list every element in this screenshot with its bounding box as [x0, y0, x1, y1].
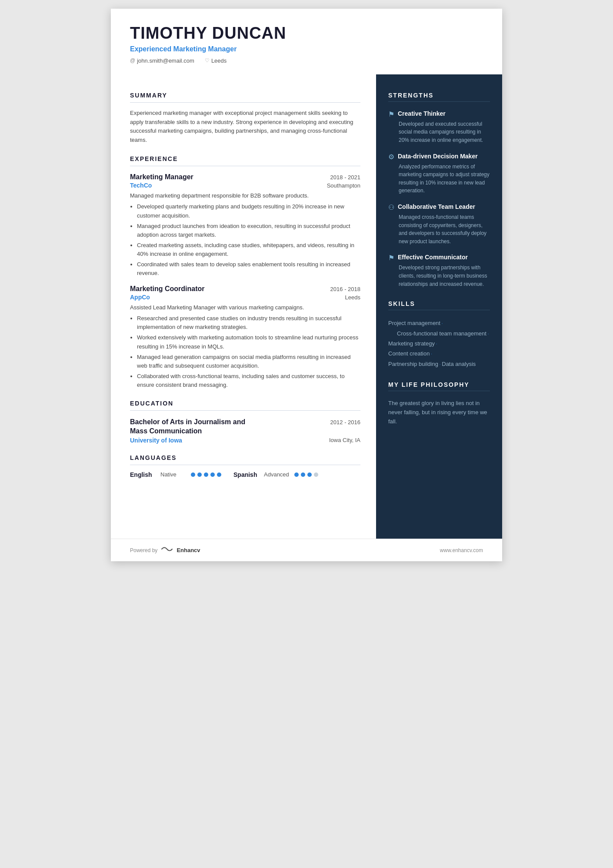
right-column: STRENGTHS ⚑ Creative Thinker Developed a… [376, 74, 502, 539]
lang-spanish-level: Advanced [264, 471, 290, 478]
philosophy-text: The greatest glory in living lies not in… [388, 399, 490, 426]
candidate-name: TIMOTHY DUNCAN [130, 24, 483, 43]
strength-3-title: Collaborative Team Leader [398, 203, 475, 211]
dot [314, 473, 318, 477]
edu-1-school-row: University of Iowa Iowa City, IA [130, 437, 360, 444]
strength-2-title: Data-driven Decision Maker [398, 152, 478, 160]
bullet: Managed product launches from ideation t… [137, 222, 360, 239]
job-2-title: Marketing Coordinator [130, 285, 205, 293]
dot [301, 473, 305, 477]
bullet: Collaborated with cross-functional teams… [137, 372, 360, 389]
skills-divider [388, 310, 490, 310]
lang-english-name: English [130, 471, 156, 478]
lang-english-level: Native [160, 471, 187, 478]
job-2-dates: 2016 - 2018 [330, 286, 360, 292]
philosophy-divider [388, 391, 490, 391]
enhancv-icon [161, 545, 173, 555]
skill-3: Marketing strategy [388, 340, 435, 347]
powered-by-label: Powered by [130, 547, 157, 553]
strength-3-header: ⚇ Collaborative Team Leader [388, 203, 490, 211]
candidate-title: Experienced Marketing Manager [130, 45, 483, 53]
experience-divider [130, 166, 360, 166]
job-1-title: Marketing Manager [130, 173, 193, 181]
skill-dot: · [438, 362, 442, 367]
footer: Powered by Enhancv www.enhancv.com [111, 539, 502, 561]
location-value: Leeds [211, 57, 227, 64]
job-2-company-row: AppCo Leeds [130, 294, 360, 301]
skill-2: Cross-functional team management [388, 330, 486, 337]
dot [307, 473, 312, 477]
languages-row: English Native Spanish Advanced [130, 471, 360, 478]
summary-divider [130, 102, 360, 103]
dot [191, 473, 195, 477]
flag-icon: ⚑ [388, 110, 394, 118]
bullet: Created marketing assets, including case… [137, 241, 360, 258]
strength-2-desc: Analyzed performance metrics of marketin… [388, 163, 490, 195]
resume-body: SUMMARY Experienced marketing manager wi… [111, 74, 502, 539]
job-2-location: Leeds [345, 294, 360, 301]
skill-dot: · [440, 321, 443, 326]
strength-4-desc: Developed strong partnerships with clien… [388, 264, 490, 288]
lang-english: English Native [130, 471, 221, 478]
education-section-title: EDUCATION [130, 400, 360, 407]
contact-row: @ john.smith@email.com ♡ Leeds [130, 57, 483, 64]
skill-5: Partnership building [388, 361, 438, 367]
bullet: Developed quarterly marketing plans and … [137, 202, 360, 220]
job-2-header: Marketing Coordinator 2016 - 2018 [130, 285, 360, 293]
edu-1-school: University of Iowa [130, 437, 182, 444]
edu-1-location: Iowa City, IA [329, 437, 360, 444]
email-icon: @ [130, 57, 135, 64]
dot [217, 473, 221, 477]
dot [294, 473, 299, 477]
job-1-company: TechCo [130, 182, 152, 189]
skill-dot: · [486, 332, 489, 336]
users-icon: ⚇ [388, 203, 394, 211]
summary-text: Experienced marketing manager with excep… [130, 109, 360, 145]
summary-section-title: SUMMARY [130, 92, 360, 99]
job-1-desc: Managed marketing department responsible… [130, 191, 360, 200]
strength-1-header: ⚑ Creative Thinker [388, 110, 490, 118]
footer-left: Powered by Enhancv [130, 545, 200, 555]
job-1-bullets: Developed quarterly marketing plans and … [130, 202, 360, 278]
philosophy-section-title: MY LIFE PHILOSOPHY [388, 381, 490, 388]
chart-icon: ⚙ [388, 153, 394, 161]
job-2-desc: Assisted Lead Marketing Manager with var… [130, 303, 360, 312]
brand-name: Enhancv [177, 547, 200, 553]
lang-spanish: Spanish Advanced [233, 471, 318, 478]
strength-2-header: ⚙ Data-driven Decision Maker [388, 152, 490, 161]
dot [197, 473, 202, 477]
strength-3: ⚇ Collaborative Team Leader Managed cros… [388, 203, 490, 245]
skill-dot: · [435, 342, 437, 346]
strength-4-header: ⚑ Effective Communicator [388, 253, 490, 262]
languages-divider [130, 465, 360, 465]
bullet: Worked extensively with marketing automa… [137, 333, 360, 351]
languages-section-title: LANGUAGES [130, 454, 360, 461]
lang-spanish-name: Spanish [233, 471, 260, 478]
strength-1-title: Creative Thinker [398, 110, 446, 117]
edu-1-dates: 2012 - 2016 [330, 419, 360, 426]
left-column: SUMMARY Experienced marketing manager wi… [111, 74, 376, 539]
email-item: @ john.smith@email.com [130, 57, 194, 64]
flag2-icon: ⚑ [388, 254, 394, 262]
dot [204, 473, 208, 477]
skill-4: Content creation [388, 350, 430, 357]
strengths-divider [388, 101, 490, 102]
lang-spanish-dots [294, 473, 318, 477]
strength-1-desc: Developed and executed successful social… [388, 120, 490, 144]
resume-wrapper: TIMOTHY DUNCAN Experienced Marketing Man… [111, 9, 502, 561]
bullet: Managed lead generation campaigns on soc… [137, 353, 360, 370]
strength-1: ⚑ Creative Thinker Developed and execute… [388, 110, 490, 144]
job-1-location: Southampton [327, 182, 360, 189]
philosophy-section: MY LIFE PHILOSOPHY The greatest glory in… [388, 381, 490, 426]
education-divider [130, 410, 360, 411]
bullet: Researched and presented case studies on… [137, 314, 360, 332]
strength-3-desc: Managed cross-functional teams consistin… [388, 213, 490, 245]
job-2-bullets: Researched and presented case studies on… [130, 314, 360, 389]
skill-dot: · [430, 352, 432, 356]
skills-list: Project management · Cross-functional te… [388, 318, 490, 369]
edu-1-header: Bachelor of Arts in Journalism and Mass … [130, 418, 360, 436]
strength-2: ⚙ Data-driven Decision Maker Analyzed pe… [388, 152, 490, 195]
skill-1: Project management [388, 320, 440, 326]
experience-section-title: EXPERIENCE [130, 155, 360, 162]
strengths-section-title: STRENGTHS [388, 92, 490, 99]
